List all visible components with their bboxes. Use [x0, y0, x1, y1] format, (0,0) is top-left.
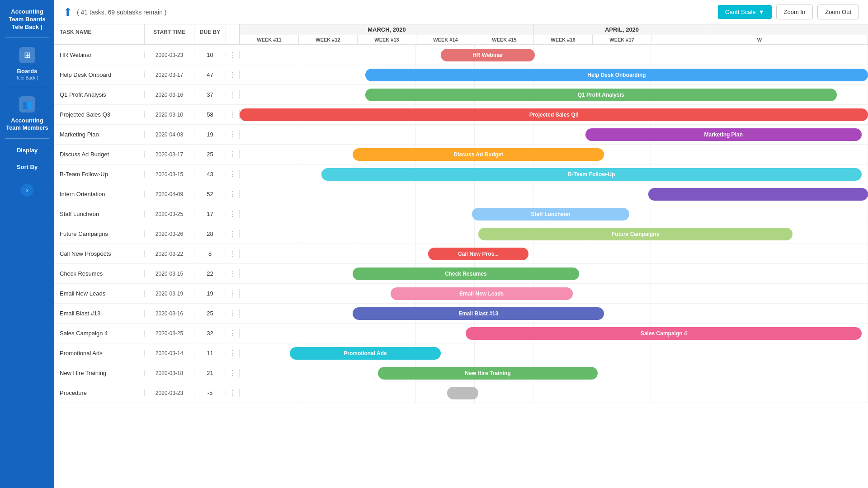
cell-menu-dots[interactable]: ⋮ — [226, 329, 240, 338]
week-15: WEEK #15 — [475, 35, 534, 44]
gantt-bar[interactable]: HR Webinar — [441, 49, 535, 61]
cell-bar — [240, 184, 868, 204]
download-icon[interactable]: ⬆ — [63, 6, 72, 19]
cell-task-name: Call New Prospects — [54, 250, 145, 257]
cell-due-by: 52 — [194, 191, 226, 197]
cell-menu-dots[interactable]: ⋮ — [226, 309, 240, 318]
cell-start-time: 2020-03-25 — [145, 211, 194, 217]
gantt-bar[interactable]: Email New Leads — [391, 287, 573, 300]
cell-start-time: 2020-03-17 — [145, 72, 194, 78]
month-april: APRIL, 2020 — [534, 24, 710, 35]
cell-menu-dots[interactable]: ⋮ — [226, 51, 240, 59]
cell-menu-dots[interactable]: ⋮ — [226, 349, 240, 357]
sidebar-item-display[interactable]: Display — [0, 141, 54, 158]
cell-due-by: 8 — [194, 250, 226, 257]
week-cols — [240, 45, 868, 65]
display-label: Display — [17, 147, 38, 155]
cell-due-by: 25 — [194, 151, 226, 158]
cell-start-time: 2020-03-18 — [145, 370, 194, 376]
cell-due-by: 21 — [194, 370, 226, 376]
cell-menu-dots[interactable]: ⋮ — [226, 70, 240, 79]
gantt-scale-button[interactable]: Gantt Scale ▼ — [718, 5, 772, 19]
gantt-bar[interactable]: B-Team Follow-Up — [321, 168, 862, 181]
gantt-bar[interactable]: Discuss Ad Budget — [353, 148, 604, 161]
table-row: Check Resumes 2020-03-15 22 ⋮ Check Resu… — [54, 264, 868, 284]
cell-menu-dots[interactable]: ⋮ — [226, 90, 240, 99]
gantt-bar[interactable]: New Hire Training — [378, 367, 598, 380]
gantt-right-header: MARCH, 2020 APRIL, 2020 WEEK #11 WEEK #1… — [240, 24, 868, 44]
sidebar-item-boards[interactable]: ⊞ Boards Tele Back ) — [0, 41, 54, 84]
cell-bar: Email Blast #13 — [240, 304, 868, 323]
gantt-bar[interactable]: Help Desk Onboarding — [365, 69, 868, 81]
cell-start-time: 2020-03-15 — [145, 271, 194, 277]
cell-bar: Q1 Profit Analysis — [240, 85, 868, 104]
cell-menu-dots[interactable]: ⋮ — [226, 249, 240, 258]
cell-task-name: New Hire Training — [54, 370, 145, 376]
cell-menu-dots[interactable]: ⋮ — [226, 130, 240, 139]
cell-menu-dots[interactable]: ⋮ — [226, 389, 240, 397]
cell-start-time: 2020-04-03 — [145, 131, 194, 138]
top-bar-left: ⬆ ( 41 tasks, 69 subtasks remain ) — [63, 6, 166, 19]
cell-menu-dots[interactable]: ⋮ — [226, 230, 240, 238]
zoom-out-button[interactable]: Zoom Out — [817, 5, 859, 19]
gantt-bar[interactable]: Q1 Profit Analysis — [365, 89, 837, 101]
sidebar-item-sortby[interactable]: Sort By — [0, 158, 54, 175]
table-row: Promotional Ads 2020-03-14 11 ⋮ Promotio… — [54, 343, 868, 363]
cell-menu-dots[interactable]: ⋮ — [226, 150, 240, 159]
table-row: Staff Luncheon 2020-03-25 17 ⋮ Staff Lun… — [54, 204, 868, 224]
gantt-bar[interactable] — [447, 387, 479, 399]
gantt-header: TASK NAME START TIME DUE BY MARCH, 2020 … — [54, 24, 868, 45]
gantt-bar[interactable] — [648, 188, 868, 201]
cell-due-by: 17 — [194, 211, 226, 217]
expand-button[interactable]: › — [21, 184, 33, 197]
cell-due-by: 43 — [194, 171, 226, 178]
gantt-bar[interactable]: Check Resumes — [353, 267, 579, 280]
zoom-in-button[interactable]: Zoom In — [776, 5, 813, 19]
gantt-bar[interactable]: Call New Pros... — [428, 248, 528, 260]
cell-due-by: 11 — [194, 350, 226, 357]
cell-bar: Marketing Plan — [240, 125, 868, 144]
cell-menu-dots[interactable]: ⋮ — [226, 269, 240, 278]
table-row: Discuss Ad Budget 2020-03-17 25 ⋮ Discus… — [54, 145, 868, 164]
week-16: WEEK #16 — [534, 35, 593, 44]
cell-due-by: 19 — [194, 131, 226, 138]
members-icon: 👥 — [19, 96, 35, 113]
gantt-left-header: TASK NAME START TIME DUE BY — [54, 24, 240, 44]
table-row: Email Blast #13 2020-03-16 25 ⋮ Email Bl… — [54, 304, 868, 324]
cell-menu-dots[interactable]: ⋮ — [226, 110, 240, 119]
cell-bar: Projected Sales Q3 — [240, 105, 868, 124]
cell-task-name: Help Desk Onboard — [54, 71, 145, 78]
gantt-bar[interactable]: Promotional Ads — [290, 347, 441, 360]
cell-task-name: Q1 Profit Analysis — [54, 91, 145, 98]
cell-bar: Discuss Ad Budget — [240, 145, 868, 164]
cell-bar: HR Webinar — [240, 45, 868, 65]
col-due-by: DUE BY — [194, 24, 226, 44]
cell-task-name: Sales Campaign 4 — [54, 330, 145, 337]
cell-menu-dots[interactable]: ⋮ — [226, 190, 240, 198]
top-bar: ⬆ ( 41 tasks, 69 subtasks remain ) Gantt… — [54, 0, 868, 24]
gantt-bar[interactable]: Future Campaigns — [478, 228, 793, 240]
col-task-name: TASK NAME — [54, 24, 145, 44]
gantt-chart: TASK NAME START TIME DUE BY MARCH, 2020 … — [54, 24, 868, 488]
cell-task-name: Email New Leads — [54, 290, 145, 297]
cell-menu-dots[interactable]: ⋮ — [226, 170, 240, 178]
cell-start-time: 2020-03-23 — [145, 52, 194, 58]
gantt-bar[interactable]: Sales Campaign 4 — [466, 327, 862, 340]
cell-menu-dots[interactable]: ⋮ — [226, 289, 240, 298]
gantt-bar[interactable]: Email Blast #13 — [353, 307, 604, 320]
cell-bar — [240, 383, 868, 403]
gantt-bar[interactable]: Projected Sales Q3 — [240, 108, 868, 121]
table-row: B-Team Follow-Up 2020-03-15 43 ⋮ B-Team … — [54, 164, 868, 184]
cell-start-time: 2020-03-25 — [145, 330, 194, 337]
sidebar-item-members[interactable]: 👥 Accounting Team Members — [0, 90, 54, 136]
task-summary: ( 41 tasks, 69 subtasks remain ) — [77, 9, 166, 16]
cell-due-by: 19 — [194, 290, 226, 297]
gantt-bar[interactable]: Staff Luncheon — [472, 208, 629, 221]
gantt-bar[interactable]: Marketing Plan — [585, 128, 862, 141]
cell-menu-dots[interactable]: ⋮ — [226, 369, 240, 377]
week-17: WEEK #17 — [593, 35, 651, 44]
gantt-scale-label: Gantt Scale — [725, 9, 756, 15]
cell-menu-dots[interactable]: ⋮ — [226, 210, 240, 218]
cell-start-time: 2020-03-16 — [145, 92, 194, 98]
cell-start-time: 2020-03-22 — [145, 251, 194, 257]
